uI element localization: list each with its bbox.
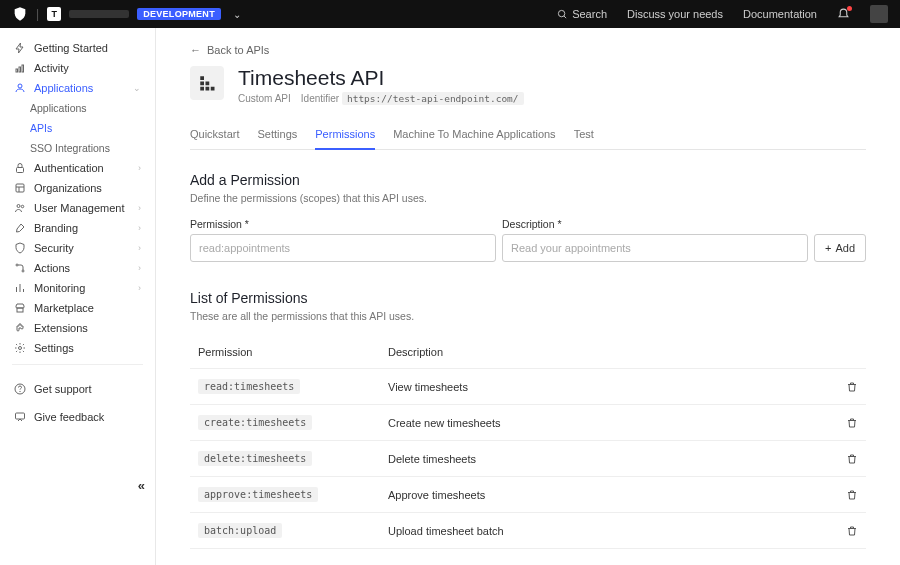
svg-rect-7 <box>16 184 24 192</box>
identifier-value: https://test-api-endpoint.com/ <box>342 92 524 105</box>
permission-scope: batch:upload <box>198 523 282 538</box>
svg-rect-26 <box>206 87 210 91</box>
sidebar-item-activity[interactable]: Activity <box>0 58 155 78</box>
users-icon <box>14 202 26 214</box>
svg-point-18 <box>19 347 22 350</box>
sidebar-item-label: Extensions <box>34 322 88 334</box>
topbar-left: | T DEVELOPMENT ⌄ <box>12 6 241 22</box>
description-input[interactable] <box>502 234 808 262</box>
sidebar-item-security[interactable]: Security› <box>0 238 155 258</box>
delete-permission-button[interactable] <box>846 489 858 501</box>
sidebar-footer-get-support[interactable]: Get support <box>0 379 155 399</box>
main-content: ← Back to APIs Timesheets API Custom API… <box>156 28 900 565</box>
col-permission-header: Permission <box>198 346 388 358</box>
sidebar-item-user-management[interactable]: User Management› <box>0 198 155 218</box>
sidebar-item-getting-started[interactable]: Getting Started <box>0 38 155 58</box>
add-button[interactable]: + Add <box>814 234 866 262</box>
chevron-right-icon: › <box>138 283 141 293</box>
sidebar-item-extensions[interactable]: Extensions <box>0 318 155 338</box>
permission-label: Permission * <box>190 218 496 230</box>
permission-scope: read:timesheets <box>198 379 300 394</box>
permission-row: delete:timesheetsDelete timesheets <box>190 441 866 477</box>
svg-rect-21 <box>16 413 25 419</box>
api-title: Timesheets API <box>238 66 524 90</box>
tab-permissions[interactable]: Permissions <box>315 122 375 150</box>
sidebar-item-apis[interactable]: APIs <box>0 118 155 138</box>
api-header: Timesheets API Custom API Identifier htt… <box>190 66 866 104</box>
permission-input[interactable] <box>190 234 496 262</box>
tab-quickstart[interactable]: Quickstart <box>190 122 240 150</box>
chevron-right-icon: ⌄ <box>133 83 141 93</box>
search-icon <box>557 9 568 20</box>
sidebar-item-applications[interactable]: Applications <box>0 98 155 118</box>
docs-link[interactable]: Documentation <box>743 8 817 20</box>
add-permission-title: Add a Permission <box>190 172 866 188</box>
notifications-button[interactable] <box>837 8 850 21</box>
org-icon <box>14 182 26 194</box>
auth0-logo-icon <box>12 6 28 22</box>
tab-settings[interactable]: Settings <box>258 122 298 150</box>
sidebar-item-organizations[interactable]: Organizations <box>0 178 155 198</box>
permission-row: batch:uploadUpload timesheet batch <box>190 513 866 549</box>
search-link[interactable]: Search <box>557 8 607 20</box>
sidebar-item-label: APIs <box>30 122 52 134</box>
chevron-right-icon: › <box>138 263 141 273</box>
delete-permission-button[interactable] <box>846 381 858 393</box>
sidebar-item-authentication[interactable]: Authentication› <box>0 158 155 178</box>
sidebar-item-label: Authentication <box>34 162 104 174</box>
tenant-avatar[interactable]: T <box>47 7 61 21</box>
sidebar-item-applications[interactable]: Applications⌄ <box>0 78 155 98</box>
tenant-chevron-down-icon[interactable]: ⌄ <box>233 9 241 20</box>
topbar-right: Search Discuss your needs Documentation <box>557 5 888 23</box>
svg-rect-2 <box>16 69 18 72</box>
permission-row: approve:timesheetsApprove timesheets <box>190 477 866 513</box>
delete-permission-button[interactable] <box>846 417 858 429</box>
plus-icon: + <box>825 242 831 254</box>
list-permissions-title: List of Permissions <box>190 290 866 306</box>
environment-badge: DEVELOPMENT <box>137 8 221 20</box>
collapse-sidebar-button[interactable]: « <box>138 478 145 493</box>
sidebar-item-monitoring[interactable]: Monitoring› <box>0 278 155 298</box>
svg-point-12 <box>16 264 18 266</box>
chevron-right-icon: › <box>138 243 141 253</box>
description-field: Description * <box>502 218 808 262</box>
sidebar-item-settings[interactable]: Settings <box>0 338 155 358</box>
permission-description: Delete timesheets <box>388 453 828 465</box>
sidebar-divider <box>12 364 143 365</box>
delete-permission-button[interactable] <box>846 525 858 537</box>
permission-scope: create:timesheets <box>198 415 312 430</box>
svg-rect-25 <box>200 87 204 91</box>
sidebar-item-label: Getting Started <box>34 42 108 54</box>
bolt-icon <box>14 42 26 54</box>
sidebar-item-marketplace[interactable]: Marketplace <box>0 298 155 318</box>
add-permission-desc: Define the permissions (scopes) that thi… <box>190 192 866 204</box>
bars-icon <box>14 282 26 294</box>
sidebar-item-branding[interactable]: Branding› <box>0 218 155 238</box>
shield-icon <box>14 242 26 254</box>
sidebar-item-sso-integrations[interactable]: SSO Integrations <box>0 138 155 158</box>
brush-icon <box>14 222 26 234</box>
svg-rect-24 <box>206 82 210 86</box>
tab-test[interactable]: Test <box>574 122 594 150</box>
sidebar-item-actions[interactable]: Actions› <box>0 258 155 278</box>
sidebar-item-label: Activity <box>34 62 69 74</box>
tab-machine-to-machine-applications[interactable]: Machine To Machine Applications <box>393 122 555 150</box>
sidebar-footer-give-feedback[interactable]: Give feedback <box>0 407 155 427</box>
delete-permission-button[interactable] <box>846 453 858 465</box>
svg-point-11 <box>21 205 24 208</box>
back-to-apis-link[interactable]: ← Back to APIs <box>190 44 866 56</box>
flow-icon <box>14 262 26 274</box>
svg-rect-3 <box>19 67 21 72</box>
topbar: | T DEVELOPMENT ⌄ Search Discuss your ne… <box>0 0 900 28</box>
user-avatar[interactable] <box>870 5 888 23</box>
blocks-icon <box>198 74 216 92</box>
api-icon <box>190 66 224 100</box>
svg-point-20 <box>20 391 21 392</box>
sidebar-item-label: Actions <box>34 262 70 274</box>
sidebar-item-label: User Management <box>34 202 125 214</box>
discuss-link[interactable]: Discuss your needs <box>627 8 723 20</box>
permission-description: Create new timesheets <box>388 417 828 429</box>
feedback-icon <box>14 411 26 423</box>
sidebar-item-label: Give feedback <box>34 411 104 423</box>
svg-rect-27 <box>211 87 215 91</box>
